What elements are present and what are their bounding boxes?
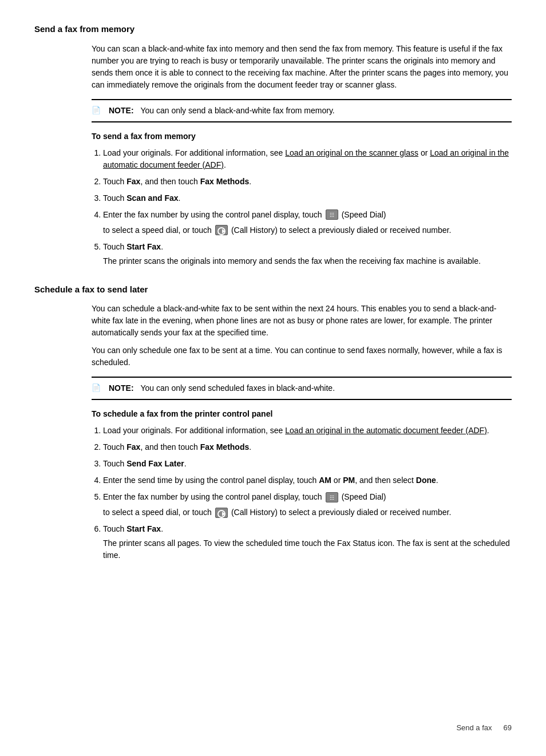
section-schedule-content: You can schedule a black-and-white fax t…	[92, 303, 512, 561]
bold-fax-methods-s2: Fax Methods	[200, 442, 250, 452]
step-icon-group-1: Enter the fax number by using the contro…	[103, 209, 512, 236]
footer-page: 69	[504, 722, 512, 734]
note-text-schedule: You can only send scheduled faxes in bla…	[140, 382, 335, 394]
note-box-schedule: 📄 NOTE: You can only send scheduled faxe…	[92, 377, 512, 400]
step-text-1a: Enter the fax number by using the contro…	[103, 209, 322, 221]
step-memory-4: Enter the fax number by using the contro…	[103, 209, 512, 236]
step-schedule-3: Touch Send Fax Later.	[103, 458, 512, 470]
step-line-1a: Enter the fax number by using the contro…	[103, 209, 512, 221]
speed-dial-label-2: (Speed Dial)	[342, 491, 386, 503]
section-send-from-memory: Send a fax from memory You can scan a bl…	[34, 23, 512, 267]
intro-text-schedule-2: You can only schedule one fax to be sent…	[92, 345, 512, 369]
call-history-icon-2	[215, 508, 228, 518]
note-text-memory: You can only send a black-and-white fax …	[140, 105, 334, 117]
call-history-label-2: (Call History) to select a previously di…	[231, 506, 451, 518]
footer-label: Send a fax	[456, 722, 492, 734]
page-footer: Send a fax 69	[34, 722, 512, 734]
note-icon-memory: 📄	[92, 105, 104, 116]
intro-text-memory: You can scan a black-and-white fax into …	[92, 43, 512, 91]
step-5-continuation-memory: The printer scans the originals into mem…	[103, 255, 512, 267]
step-memory-1: Load your originals. For additional info…	[103, 147, 512, 171]
section-title-memory: Send a fax from memory	[34, 23, 512, 36]
subsection-title-schedule: To schedule a fax from the printer contr…	[92, 408, 512, 420]
step-text-2b: to select a speed dial, or touch	[103, 506, 212, 518]
step-icon-group-2: Enter the fax number by using the contro…	[103, 491, 512, 518]
speed-dial-icon-2: ☷	[326, 492, 338, 502]
step-schedule-5: Enter the fax number by using the contro…	[103, 491, 512, 518]
step-line-2a: Enter the fax number by using the contro…	[103, 491, 512, 503]
step-memory-5: Touch Start Fax. The printer scans the o…	[103, 241, 512, 267]
step-schedule-6: Touch Start Fax. The printer scans all p…	[103, 523, 512, 561]
step-text-1b: to select a speed dial, or touch	[103, 224, 212, 236]
step-schedule-4: Enter the send time by using the control…	[103, 474, 512, 486]
steps-list-memory: Load your originals. For additional info…	[103, 147, 512, 267]
section-memory-content: You can scan a black-and-white fax into …	[92, 43, 512, 267]
bold-done: Done	[416, 476, 436, 485]
step-schedule-1: Load your originals. For additional info…	[103, 425, 512, 437]
section-title-schedule: Schedule a fax to send later	[34, 283, 512, 296]
bold-fax-2: Fax	[126, 177, 140, 186]
page-content: Send a fax from memory You can scan a bl…	[34, 23, 512, 561]
speed-dial-icon-1: ☷	[326, 209, 338, 220]
section-schedule-fax: Schedule a fax to send later You can sch…	[34, 283, 512, 562]
intro-text-schedule-1: You can schedule a black-and-white fax t…	[92, 303, 512, 339]
note-icon-schedule: 📄	[92, 382, 104, 394]
speed-dial-label-1: (Speed Dial)	[342, 209, 386, 221]
subsection-title-memory: To send a fax from memory	[92, 130, 512, 143]
step-line-1b: to select a speed dial, or touch (Call H…	[103, 224, 512, 236]
link-adf-schedule[interactable]: Load an original in the automatic docume…	[285, 426, 487, 435]
call-history-icon-1	[215, 225, 228, 235]
note-label-schedule: NOTE:	[109, 382, 134, 394]
note-content-memory: NOTE: You can only send a black-and-whit…	[109, 105, 335, 117]
bold-start-fax-1: Start Fax	[126, 242, 161, 251]
note-box-memory: 📄 NOTE: You can only send a black-and-wh…	[92, 99, 512, 122]
bold-fax-s2: Fax	[126, 442, 140, 452]
bold-fax-methods-2: Fax Methods	[200, 177, 250, 186]
bold-am: AM	[319, 476, 331, 485]
link-scanner-glass[interactable]: Load an original on the scanner glass	[285, 148, 418, 157]
bold-send-fax-later: Send Fax Later	[126, 459, 184, 468]
step-text-2a: Enter the fax number by using the contro…	[103, 491, 322, 503]
step-memory-2: Touch Fax, and then touch Fax Methods.	[103, 176, 512, 188]
steps-list-schedule: Load your originals. For additional info…	[103, 425, 512, 561]
step-memory-3: Touch Scan and Fax.	[103, 192, 512, 204]
step-schedule-2: Touch Fax, and then touch Fax Methods.	[103, 441, 512, 453]
bold-pm: PM	[343, 476, 355, 485]
step-6-continuation-schedule: The printer scans all pages. To view the…	[103, 537, 512, 561]
bold-scan-fax: Scan and Fax	[126, 193, 178, 203]
call-history-label-1: (Call History) to select a previously di…	[231, 224, 451, 236]
note-label-memory: NOTE:	[109, 105, 134, 117]
bold-start-fax-2: Start Fax	[126, 524, 161, 533]
step-line-2b: to select a speed dial, or touch (Call H…	[103, 506, 512, 518]
note-content-schedule: NOTE: You can only send scheduled faxes …	[109, 382, 335, 394]
